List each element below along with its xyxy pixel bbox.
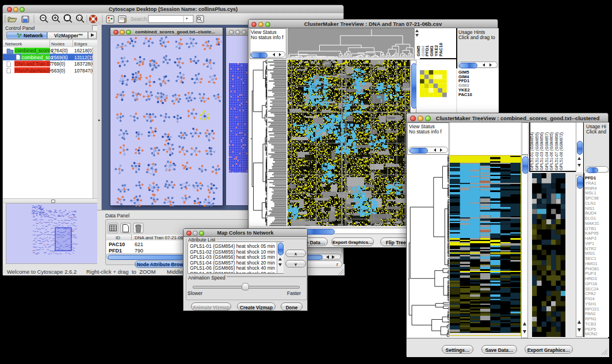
svg-text:2764(0): 2764(0) xyxy=(51,48,68,53)
svg-text:combined_scores_: combined_scores_ xyxy=(15,48,56,53)
svg-text:183728(0): 183728(0) xyxy=(74,61,93,67)
svg-text:2569(6): 2569(6) xyxy=(51,55,68,60)
svg-text:combined_sco: combined_sco xyxy=(22,55,53,60)
svg-text:13112(15): 13112(15) xyxy=(74,55,93,60)
svg-text:107847(0): 107847(0) xyxy=(74,68,93,74)
svg-text:Search:: Search: xyxy=(131,16,148,22)
svg-text:769(0): 769(0) xyxy=(51,61,65,67)
svg-text:563(0): 563(0) xyxy=(51,68,65,74)
svg-text:16218(0): 16218(0) xyxy=(74,48,93,53)
svg-text:1:1: 1:1 xyxy=(78,17,82,20)
svg-text:DNA and Tran 07: DNA and Tran 07 xyxy=(15,61,52,67)
svg-text:RNAPuberNov2+: RNAPuberNov2+ xyxy=(15,68,52,74)
